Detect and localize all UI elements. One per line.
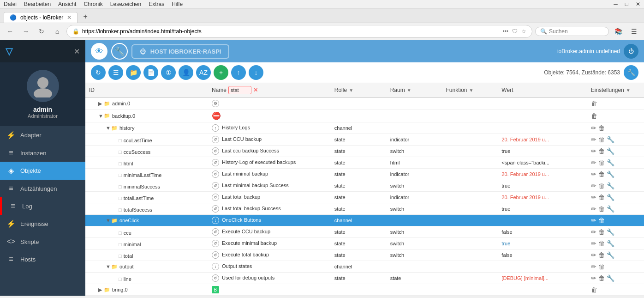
table-row[interactable]: ▶ 📁 bring.0 B 🗑 [85, 284, 644, 296]
url-star-icon[interactable]: ☆ [521, 28, 526, 35]
wrench-btn[interactable]: 🔧 [607, 194, 614, 201]
url-input[interactable] [82, 28, 500, 35]
window-maximize[interactable]: □ [625, 1, 628, 7]
delete-btn[interactable]: 🗑 [598, 159, 605, 166]
expand-icon[interactable]: ▼ [98, 113, 104, 119]
tab-close[interactable]: ✕ [67, 14, 72, 21]
sidebar-item-ereignisse[interactable]: ⚡ Ereignisse [0, 215, 85, 233]
wrench-btn[interactable]: 🔧 [607, 170, 614, 178]
edit-btn[interactable]: ✏ [591, 240, 596, 247]
einstellungen-dropdown[interactable]: ▼ [626, 88, 631, 93]
edit-btn[interactable]: ✏ [591, 274, 596, 282]
expand-icon[interactable]: ▼ [106, 264, 111, 269]
upload-button[interactable]: ↑ [231, 65, 246, 80]
url-bookmark-icon[interactable]: 🛡 [512, 28, 518, 35]
refresh-button[interactable]: ↻ [35, 25, 48, 38]
number-button[interactable]: ① [161, 65, 176, 80]
wrench-btn[interactable]: 🔧 [607, 205, 614, 213]
add-button[interactable]: + [214, 65, 228, 80]
sidebar-close-btn[interactable]: ✕ [74, 47, 80, 56]
table-row[interactable]: □ ccuSuccess ↺ Last ccu backup Success s… [85, 146, 644, 157]
menu-ansicht[interactable]: Ansicht [58, 1, 76, 7]
host-button[interactable]: ⏻ HOST IOBROKER-RASPI [131, 44, 229, 59]
table-row[interactable]: □ total ↺ Execute total backup stateswit… [85, 249, 644, 261]
delete-btn[interactable]: 🗑 [598, 274, 605, 282]
table-row[interactable]: □ line ↺ Used for debug outputs statesta… [85, 273, 644, 284]
bookmarks-button[interactable]: 📚 [612, 25, 625, 38]
refresh-objects-button[interactable]: ↻ [91, 65, 106, 80]
delete-btn[interactable]: 🗑 [598, 205, 605, 213]
table-row[interactable]: □ minimalLastTime ↺ Last minimal backup … [85, 169, 644, 180]
table-row[interactable]: □ minimal ↺ Execute minimal backup state… [85, 238, 644, 249]
edit-btn[interactable]: ✏ [591, 228, 596, 236]
delete-btn[interactable]: 🗑 [598, 194, 605, 201]
table-row[interactable]: □ totalSuccess ↺ Last total backup Succe… [85, 203, 644, 215]
edit-btn[interactable]: ✏ [591, 136, 596, 143]
table-row[interactable]: □ totalLastTime ↺ Last total backup stat… [85, 192, 644, 203]
download-button[interactable]: ↓ [249, 65, 263, 80]
delete-btn[interactable]: 🗑 [598, 263, 605, 270]
edit-btn[interactable]: ✏ [591, 194, 596, 201]
list-view-button[interactable]: ☰ [108, 65, 123, 80]
edit-btn[interactable]: ✏ [591, 124, 596, 132]
menu-extras[interactable]: Extras [149, 1, 164, 7]
raum-dropdown[interactable]: ▼ [407, 88, 411, 93]
delete-btn[interactable]: 🗑 [598, 136, 605, 143]
table-row[interactable]: □ ccu ↺ Execute CCU backup stateswitch f… [85, 226, 644, 238]
wrench-btn[interactable]: 🔧 [607, 159, 614, 166]
wrench-btn[interactable]: 🔧 [607, 240, 614, 247]
window-close[interactable]: ✕ [636, 1, 640, 7]
name-filter-input[interactable] [228, 86, 251, 94]
forward-button[interactable]: → [19, 25, 32, 38]
table-row[interactable]: □ html ↺ History-Log of executed backups… [85, 157, 644, 169]
edit-btn[interactable]: ✏ [591, 170, 596, 178]
sidebar-item-aufzaehlung[interactable]: ≡ Aufzählungen [0, 180, 85, 197]
delete-btn[interactable]: 🗑 [591, 100, 597, 107]
window-minimize[interactable]: ─ [614, 1, 618, 7]
delete-btn[interactable]: 🗑 [598, 240, 605, 247]
menu-hilfe[interactable]: Hilfe [172, 1, 183, 7]
delete-btn[interactable]: 🗑 [598, 182, 605, 189]
eye-button[interactable]: 👁 [91, 43, 107, 60]
rolle-dropdown[interactable]: ▼ [349, 88, 353, 93]
expand-icon[interactable]: ▶ [98, 287, 104, 293]
delete-btn[interactable]: 🗑 [598, 170, 605, 178]
wrench-btn[interactable]: 🔧 [607, 251, 614, 259]
edit-btn[interactable]: ✏ [591, 217, 596, 224]
table-row[interactable]: ▼ 📁 history ↕ History Logs channel ✏🗑 [85, 122, 644, 134]
delete-btn[interactable]: 🗑 [591, 112, 597, 120]
table-row[interactable]: □ minimalSuccess ↺ Last minimal backup S… [85, 180, 644, 192]
sidebar-item-objekte[interactable]: ◈ Objekte [0, 162, 85, 180]
delete-btn[interactable]: 🗑 [598, 124, 605, 132]
delete-btn[interactable]: 🗑 [591, 286, 597, 293]
back-button[interactable]: ← [4, 25, 17, 38]
sidebar-item-adapter[interactable]: ⚡ Adapter [0, 126, 85, 144]
expand-icon[interactable]: ▼ [106, 125, 111, 131]
edit-btn[interactable]: ✏ [591, 205, 596, 213]
edit-btn[interactable]: ✏ [591, 251, 596, 259]
table-row[interactable]: □ ccuLastTime ↺ Last CCU backup stateind… [85, 134, 644, 146]
search-input[interactable] [549, 28, 600, 35]
edit-btn[interactable]: ✏ [591, 147, 596, 155]
funktion-dropdown[interactable]: ▼ [469, 88, 474, 93]
folder-button[interactable]: 📁 [126, 65, 141, 80]
table-row-selected[interactable]: ▼ 📁 oneClick ↕ OneClick Buttons channel … [85, 215, 644, 226]
menu-button[interactable]: ☰ [627, 25, 640, 38]
wrench-btn[interactable]: 🔧 [607, 228, 614, 236]
menu-chronik[interactable]: Chronik [83, 1, 102, 7]
settings-button[interactable]: 🔧 [111, 43, 128, 60]
active-tab[interactable]: 🔵 objects - ioBroker ✕ [4, 12, 78, 23]
table-row[interactable]: ▶ 📁 admin.0 ⚙ 🗑 [85, 97, 644, 109]
delete-btn[interactable]: 🗑 [598, 228, 605, 236]
wrench-btn[interactable]: 🔧 [607, 274, 614, 282]
edit-btn[interactable]: ✏ [591, 263, 596, 270]
expand-icon[interactable]: ▼ [106, 218, 111, 223]
delete-btn[interactable]: 🗑 [598, 251, 605, 259]
delete-btn[interactable]: 🗑 [598, 217, 605, 224]
person-button[interactable]: 👤 [179, 65, 193, 80]
home-button[interactable]: ⌂ [51, 25, 64, 38]
new-tab-button[interactable]: + [79, 11, 91, 23]
sidebar-item-skripte[interactable]: <> Skripte [0, 233, 85, 250]
edit-btn[interactable]: ✏ [591, 182, 596, 189]
menu-datei[interactable]: Datei [4, 1, 17, 7]
